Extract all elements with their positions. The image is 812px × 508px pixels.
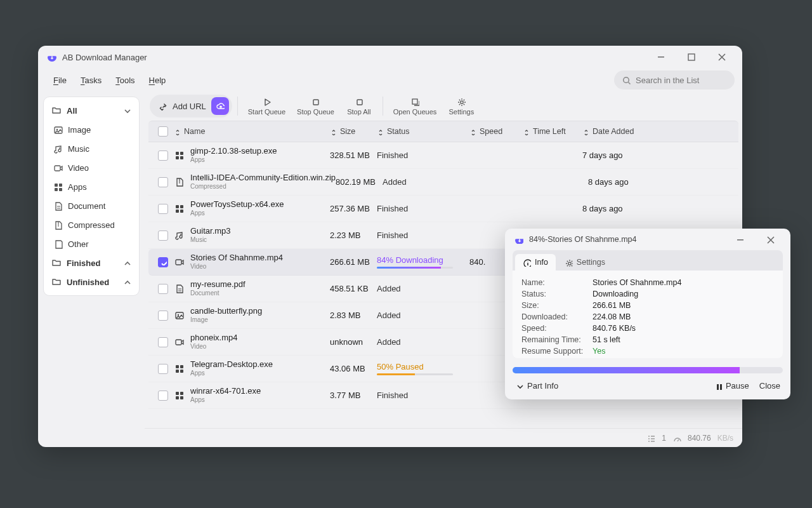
stop-all-button[interactable]: Stop All bbox=[341, 95, 377, 117]
row-checkbox[interactable] bbox=[158, 231, 168, 241]
file-status: Finished bbox=[377, 231, 469, 240]
file-status: Finished bbox=[377, 150, 469, 160]
file-date-added: 8 days ago bbox=[588, 177, 732, 187]
row-checkbox[interactable] bbox=[158, 364, 168, 374]
column-status[interactable]: Status bbox=[377, 127, 469, 136]
sidebar-item-apps[interactable]: Apps bbox=[46, 177, 136, 196]
music-icon bbox=[53, 144, 63, 154]
file-category: Apps bbox=[190, 370, 273, 377]
detail-close-button[interactable] bbox=[756, 231, 784, 248]
image-icon bbox=[53, 125, 63, 135]
window-maximize-button[interactable] bbox=[678, 48, 705, 66]
gear-icon bbox=[457, 97, 466, 107]
sidebar-item-all[interactable]: All bbox=[46, 101, 136, 120]
close-button[interactable]: Close bbox=[759, 381, 780, 391]
speed-icon bbox=[672, 434, 681, 443]
file-status: Added bbox=[377, 284, 469, 293]
file-category: Apps bbox=[190, 396, 261, 404]
row-checkbox[interactable] bbox=[158, 150, 168, 161]
table-row[interactable]: PowerToysSetup-x64.exeApps 257.36 MB Fin… bbox=[148, 196, 738, 222]
detail-title: 84%-Stories Of Shahnme.mp4 bbox=[529, 235, 637, 244]
file-name: my-resume.pdf bbox=[190, 280, 246, 290]
table-row[interactable]: gimp-2.10.38-setup.exeApps 328.51 MB Fin… bbox=[148, 142, 738, 169]
tab-info[interactable]: Info bbox=[515, 254, 556, 271]
open-queues-button[interactable]: Open Queues bbox=[388, 95, 442, 117]
image-icon bbox=[174, 311, 184, 321]
column-date-added[interactable]: Date Added bbox=[582, 127, 732, 136]
sidebar-item-compressed[interactable]: Compressed bbox=[46, 215, 136, 234]
row-checkbox[interactable] bbox=[158, 204, 168, 214]
row-checkbox[interactable] bbox=[158, 391, 168, 401]
video-icon bbox=[53, 163, 63, 173]
row-checkbox[interactable] bbox=[158, 177, 168, 187]
sidebar-item-image[interactable]: Image bbox=[46, 120, 136, 139]
file-category: Apps bbox=[190, 210, 284, 217]
file-category: Compressed bbox=[190, 183, 336, 190]
sidebar-item-music[interactable]: Music bbox=[46, 139, 136, 158]
chevron-down-icon bbox=[122, 106, 131, 115]
settings-button[interactable]: Settings bbox=[443, 95, 480, 117]
menu-help[interactable]: Help bbox=[144, 73, 171, 88]
row-checkbox[interactable] bbox=[158, 311, 168, 321]
file-category: Document bbox=[190, 290, 246, 297]
table-row[interactable]: IntelliJ-IDEA-Community-Edition.win.zipC… bbox=[148, 169, 738, 196]
file-category: Music bbox=[190, 236, 231, 244]
zip-icon bbox=[53, 220, 63, 230]
music-icon bbox=[174, 231, 184, 241]
gear-icon bbox=[565, 258, 573, 267]
info-icon bbox=[523, 258, 531, 267]
column-speed[interactable]: Speed bbox=[469, 127, 523, 136]
file-status: Added bbox=[377, 337, 469, 347]
queues-icon bbox=[410, 97, 419, 107]
apps-icon bbox=[174, 150, 184, 161]
column-name[interactable]: Name bbox=[174, 127, 330, 136]
menu-tools[interactable]: Tools bbox=[110, 73, 140, 88]
detail-titlebar[interactable]: 84%-Stories Of Shahnme.mp4 bbox=[505, 229, 790, 250]
stop-queue-button[interactable]: Stop Queue bbox=[292, 95, 339, 117]
file-size: 802.19 MB bbox=[336, 177, 383, 187]
app-title: AB Download Manager bbox=[62, 53, 147, 62]
chevron-down-icon bbox=[515, 382, 523, 390]
sidebar-item-other[interactable]: Other bbox=[46, 234, 136, 253]
toolbar: Add URL Start Queue Stop Queue Stop All bbox=[145, 91, 742, 121]
column-time-left[interactable]: Time Left bbox=[523, 127, 582, 136]
select-all-checkbox[interactable] bbox=[158, 126, 168, 137]
menu-file[interactable]: File bbox=[48, 73, 72, 88]
download-detail-window: 84%-Stories Of Shahnme.mp4 Info Settings… bbox=[505, 229, 790, 399]
sidebar-item-label: Apps bbox=[68, 182, 87, 192]
apps-icon bbox=[174, 204, 184, 214]
column-size[interactable]: Size bbox=[330, 127, 377, 136]
search-input[interactable] bbox=[636, 76, 742, 85]
zip-icon bbox=[174, 177, 184, 187]
window-close-button[interactable] bbox=[708, 48, 736, 66]
apps-icon bbox=[53, 182, 63, 192]
row-checkbox[interactable] bbox=[158, 337, 168, 347]
file-category: Video bbox=[190, 263, 283, 271]
file-name: Guitar.mp3 bbox=[190, 227, 231, 236]
row-checkbox[interactable] bbox=[158, 257, 168, 267]
detail-minimize-button[interactable] bbox=[726, 231, 754, 248]
pause-button[interactable]: Pause bbox=[714, 381, 749, 391]
row-checkbox[interactable] bbox=[158, 284, 168, 294]
detail-progress-bar bbox=[513, 367, 783, 373]
menubar: File Tasks Tools Help bbox=[38, 69, 742, 91]
detail-tabs: Info Settings bbox=[513, 250, 783, 271]
sidebar-item-video[interactable]: Video bbox=[46, 158, 136, 177]
sidebar-item-unfinished[interactable]: Unfinished bbox=[46, 272, 136, 291]
list-icon bbox=[646, 434, 655, 443]
sidebar-item-finished[interactable]: Finished bbox=[46, 253, 136, 272]
start-queue-button[interactable]: Start Queue bbox=[243, 95, 291, 117]
apps-icon bbox=[174, 364, 184, 374]
titlebar[interactable]: AB Download Manager bbox=[38, 46, 742, 69]
play-icon bbox=[262, 97, 271, 107]
tab-settings[interactable]: Settings bbox=[557, 254, 613, 271]
window-minimize-button[interactable] bbox=[647, 48, 675, 66]
sidebar-item-document[interactable]: Document bbox=[46, 196, 136, 215]
part-info-toggle[interactable]: Part Info bbox=[515, 381, 558, 391]
doc-icon bbox=[53, 201, 63, 211]
menu-tasks[interactable]: Tasks bbox=[75, 73, 107, 88]
file-name: gimp-2.10.38-setup.exe bbox=[190, 147, 277, 156]
add-url-button[interactable]: Add URL bbox=[150, 95, 232, 117]
search-field[interactable] bbox=[614, 70, 735, 90]
file-size: 266.61 MB bbox=[330, 257, 377, 267]
